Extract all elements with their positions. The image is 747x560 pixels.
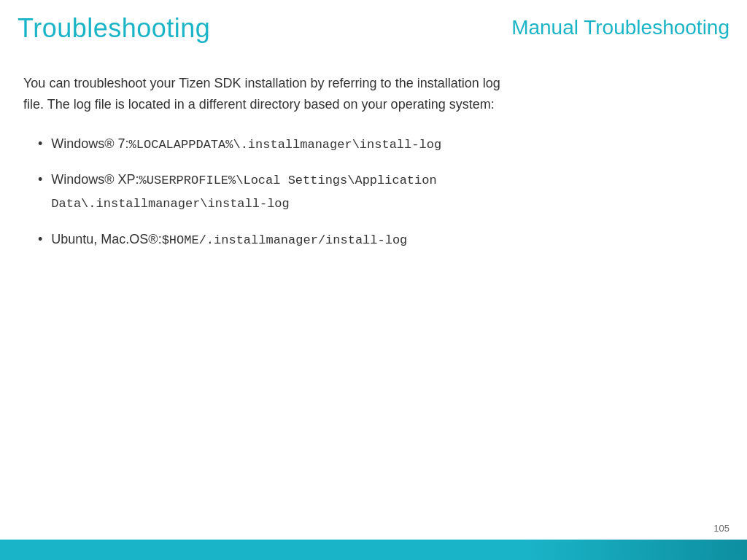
bullet-label-windowsxp: Windows® XP: [51,168,139,191]
page-number: 105 [713,523,729,534]
bullet-code-windows7: %LOCALAPPDATA%\.installmanager\install-l… [129,135,441,156]
bullet-code-windowsxp: %USERPROFILE%\Local Settings\Application [139,171,437,192]
section-title: Manual Troubleshooting [511,13,729,39]
intro-line1: You can troubleshoot your Tizen SDK inst… [23,76,500,90]
page-container: Troubleshooting Manual Troubleshooting Y… [0,0,747,560]
list-item: Windows® 7: %LOCALAPPDATA%\.installmanag… [38,133,724,156]
bullet-label-windows7: Windows® 7: [51,133,128,155]
page-title: Troubleshooting [18,13,210,44]
intro-paragraph: You can troubleshoot your Tizen SDK inst… [23,73,724,115]
bullet-label-ubuntu: Ubuntu, Mac.OS®: [51,228,161,251]
bullet-item-windows7: Windows® 7: %LOCALAPPDATA%\.installmanag… [51,133,441,156]
list-item: Ubuntu, Mac.OS®: $HOME/.installmanager/i… [38,228,724,252]
bullet-code-ubuntu: $HOME/.installmanager/install-log [162,230,408,252]
main-content: You can troubleshoot your Tizen SDK inst… [0,52,747,279]
bottom-bar [0,540,747,560]
intro-line2: file. The log file is located in a diffe… [23,97,495,112]
header: Troubleshooting Manual Troubleshooting [0,0,747,52]
bullet-item-ubuntu: Ubuntu, Mac.OS®: $HOME/.installmanager/i… [51,228,407,252]
bullet-item-windowsxp: Windows® XP: %USERPROFILE%\Local Setting… [51,168,436,215]
bullet-list: Windows® 7: %LOCALAPPDATA%\.installmanag… [23,133,724,252]
bullet-code-windowsxp-line2: Data\.installmanager\install-log [51,197,289,211]
list-item: Windows® XP: %USERPROFILE%\Local Setting… [38,168,724,215]
